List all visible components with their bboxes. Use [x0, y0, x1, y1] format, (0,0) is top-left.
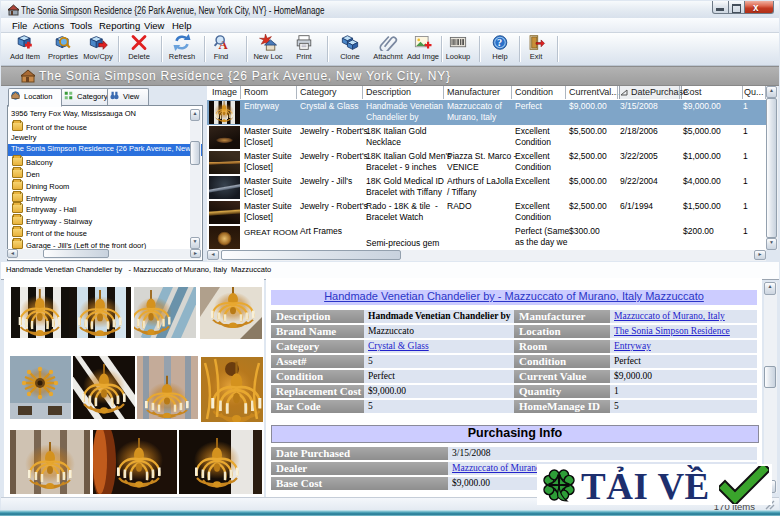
- svg-text:?: ?: [497, 37, 502, 48]
